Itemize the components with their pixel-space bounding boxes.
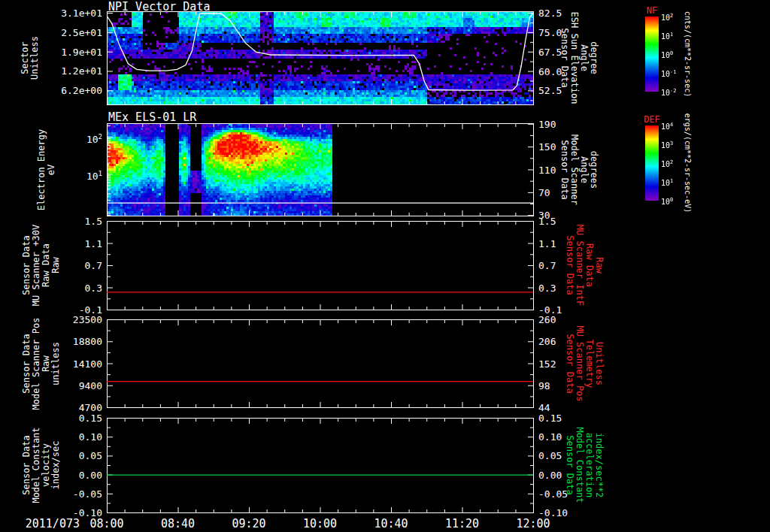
model-scanner-pos-canvas [107,319,534,408]
y-tick-label-left: 3.1e+01 [42,8,102,19]
mex-els-01-lr-canvas [107,123,534,216]
model-constant-velocity-right-axis-label: index/sec**2accelerationModel ConstantSe… [565,427,604,503]
x-axis-date-label: 2011/073 [12,517,80,530]
npi-vector-data-left-axis-label: SectorUnitless [20,36,40,80]
colorbar-tick-label: 102 [661,159,673,168]
colorbar-tick-label: 103 [661,141,673,150]
panel-title-els: MEx ELS-01 LR [108,110,196,124]
x-tick-label: 08:40 [152,517,205,530]
x-tick-label: 11:20 [436,517,489,530]
y-tick-label-right: 260 [538,314,593,325]
npi-vector-data-right-axis-label: degreeAngleESH Sun ElevationSensor Data [559,12,599,104]
x-tick-label: 10:40 [365,517,417,530]
colorbar-nf-units: cnts/(cm**2-sr-sec) [683,11,693,97]
colorbar-tick-label: 100 [661,197,673,206]
x-tick-label: 09:20 [223,517,275,530]
y-tick-label-left: 6.2e+00 [42,85,102,96]
y-tick-label-right: 44 [538,402,593,413]
mu-scanner-30v-left-axis-label: Sensor DataMU Scanner +30VRaw DataRaw [22,225,61,306]
colorbar-tick-label: 102 [661,13,673,22]
colorbar-tick-label: 10-2 [661,88,676,97]
x-tick-label: 08:00 [80,517,133,530]
colorbar-nf-canvas [645,17,659,92]
y-tick-label-right: 0.15 [538,413,593,424]
y-tick-label-left: 1.9e+01 [42,47,102,58]
y-tick-label-right: 190 [538,119,593,130]
y-tick-label-left: 1.2e+01 [42,65,102,77]
model-scanner-pos-right-axis-label: UnitlessTelemetryMU Scanner PosSensor Da… [565,325,604,401]
y-tick-label-left: 0.15 [42,413,102,424]
mu-scanner-30v-right-axis-label: RawRaw DataMU Scanner IntFSensor Data [565,225,604,306]
model-constant-velocity-canvas [107,418,534,513]
x-tick-label: 10:00 [294,517,347,530]
colorbar-tick-label: 100 [661,50,673,59]
colorbar-tick-label: 101 [661,32,673,41]
colorbar-def-canvas [645,125,659,201]
mex-els-01-lr-left-axis-label: Electron EnergyeV [37,129,56,210]
model-constant-velocity-left-axis-label: Sensor DataModel Constantvelocityindex/s… [22,427,61,503]
colorbar-tick-label: 101 [661,178,673,187]
npi-vector-data-canvas [107,11,534,105]
mu-scanner-30v-canvas [107,221,534,310]
y-tick-label-left: 2.5e+01 [42,27,102,38]
science-plot-screen: NPI Vector Data MEx ELS-01 LR 2011/073 N… [0,0,770,532]
model-scanner-pos-left-axis-label: Sensor DataModel Scanner PosRawunitless [22,318,61,410]
mex-els-01-lr-right-axis-label: degreesAngleModel ScannerSensor Data [559,135,599,205]
colorbar-tick-label: 10-1 [661,69,676,78]
colorbar-tick-label: 104 [661,122,673,131]
colorbar-def-units: ergs/(cm**2-sr-sec-eV) [683,113,693,213]
x-tick-label: 12:00 [507,517,559,530]
